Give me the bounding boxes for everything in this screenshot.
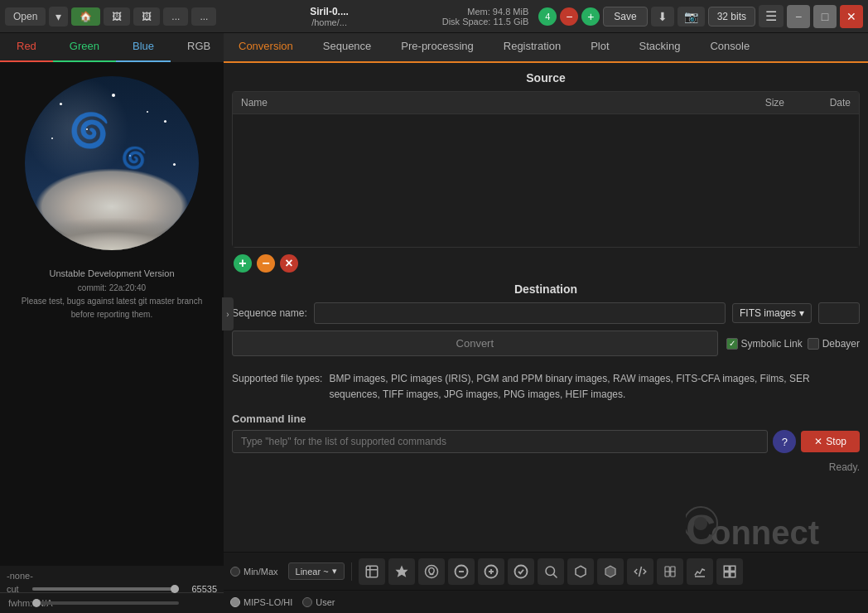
- bottom-tool-2[interactable]: [388, 558, 415, 585]
- convert-button[interactable]: Convert: [232, 331, 718, 356]
- svg-marker-1: [395, 565, 407, 577]
- bottom-tool-grid[interactable]: [716, 558, 743, 585]
- mem-info: Mem: 94.8 MiB Disk Space: 11.5 GiB: [442, 7, 529, 27]
- bottom-tool-plus[interactable]: [478, 558, 504, 585]
- color-tabs: Red Green Blue RGB: [0, 33, 224, 63]
- tab-stacking[interactable]: Stacking: [624, 33, 696, 63]
- tab-plot[interactable]: Plot: [576, 33, 624, 63]
- app-path: /home/...: [311, 17, 347, 27]
- svg-rect-18: [730, 566, 735, 571]
- bits-selector[interactable]: 32 bits: [708, 7, 755, 27]
- link-slider[interactable]: [32, 601, 179, 605]
- bottom-tool-1[interactable]: [359, 558, 385, 585]
- bottom-tool-zoom[interactable]: [538, 558, 564, 585]
- linear-arrow-icon: ▾: [332, 566, 337, 577]
- help-button[interactable]: ?: [773, 430, 796, 453]
- remove-file-button[interactable]: −: [257, 254, 275, 273]
- tab-red[interactable]: Red: [0, 33, 53, 62]
- more-button-2[interactable]: ...: [191, 7, 216, 26]
- tab-sequence[interactable]: Sequence: [308, 33, 387, 63]
- tab-registration[interactable]: Registration: [489, 33, 576, 63]
- download-button[interactable]: ⬇: [651, 7, 674, 27]
- cut-slider[interactable]: [32, 587, 179, 591]
- svg-point-9: [546, 567, 555, 576]
- toolbar-separator-1: [351, 562, 352, 581]
- minimize-button[interactable]: −: [787, 5, 810, 28]
- col-size-header: Size: [718, 97, 784, 109]
- expand-btn[interactable]: +: [581, 7, 600, 26]
- dev-version-text: Unstable Development Version commit: 22a…: [22, 267, 202, 321]
- seq-name-input[interactable]: [314, 302, 726, 324]
- linear-dropdown[interactable]: Linear ~ ▾: [288, 562, 345, 580]
- source-table-body: [233, 114, 859, 247]
- mips-radio[interactable]: MIPS-LO/HI: [230, 597, 292, 607]
- svg-rect-0: [366, 566, 378, 577]
- main-tabs: Conversion Sequence Pre-processing Regis…: [224, 33, 868, 63]
- camera-button[interactable]: 📷: [678, 7, 705, 27]
- debayer-check-icon[interactable]: [808, 338, 819, 350]
- svg-marker-12: [605, 566, 615, 577]
- bottom-tool-chart[interactable]: [687, 558, 713, 585]
- bottom-tool-minus[interactable]: [448, 558, 475, 585]
- menu-button[interactable]: ☰: [759, 5, 784, 27]
- img-button-2[interactable]: 🖼: [133, 7, 160, 26]
- bottom-tool-rx[interactable]: [657, 558, 683, 585]
- symbolic-link-check-icon[interactable]: ✓: [726, 338, 738, 350]
- tab-conversion[interactable]: Conversion: [224, 33, 308, 63]
- source-table: Name Size Date: [232, 91, 860, 248]
- reduce-btn[interactable]: −: [560, 7, 578, 26]
- bottom-tool-hex1[interactable]: [567, 558, 594, 585]
- bottom-tool-hex2[interactable]: [597, 558, 624, 585]
- svg-marker-11: [576, 566, 586, 577]
- stop-icon: ✕: [814, 436, 822, 447]
- symbolic-link-checkbox[interactable]: ✓ Symbolic Link: [726, 338, 803, 350]
- tab-rgb[interactable]: RGB: [171, 33, 227, 62]
- stop-button[interactable]: ✕ Stop: [801, 431, 860, 452]
- mips-radio-dot: [230, 597, 240, 607]
- save-button[interactable]: Save: [603, 7, 647, 27]
- tab-console[interactable]: Console: [695, 33, 764, 63]
- checkbox-row: ✓ Symbolic Link Debayer: [726, 338, 860, 350]
- restore-button[interactable]: □: [813, 5, 837, 28]
- debayer-checkbox[interactable]: Debayer: [808, 338, 860, 350]
- user-radio[interactable]: User: [302, 597, 335, 607]
- more-button-1[interactable]: ...: [163, 7, 188, 26]
- bottom-tool-3[interactable]: [418, 558, 445, 585]
- home-button[interactable]: 🏠: [71, 7, 100, 26]
- bottom-tool-check[interactable]: [508, 558, 534, 585]
- supported-text: BMP images, PIC images (IRIS), PGM and P…: [329, 371, 860, 403]
- num-input[interactable]: 1: [818, 302, 860, 324]
- img-button-1[interactable]: 🖼: [104, 7, 130, 26]
- col-date-header: Date: [784, 97, 851, 109]
- command-line-section: Command line ? ✕ Stop Ready.: [232, 413, 860, 476]
- svg-line-10: [553, 574, 557, 577]
- main-panel: Source Name Size Date + − × Destination: [224, 63, 868, 552]
- bottom-tool-arrows[interactable]: [627, 558, 653, 585]
- minmax-radio-dot: [230, 567, 240, 577]
- seq-name-row: Sequence name: FITS images ▾ 1: [232, 302, 860, 324]
- clear-files-button[interactable]: ×: [280, 254, 298, 273]
- svg-rect-17: [724, 566, 729, 571]
- tab-green[interactable]: Green: [53, 33, 116, 62]
- app-name: Siril-0....: [310, 6, 349, 17]
- preview-image: 🌀 🌀: [25, 76, 199, 250]
- convert-row: Convert ✓ Symbolic Link Debayer: [232, 331, 860, 356]
- open-arrow-button[interactable]: ▾: [49, 7, 68, 27]
- collapse-panel-button[interactable]: ›: [222, 297, 234, 331]
- fits-type-selector[interactable]: FITS images ▾: [732, 303, 812, 323]
- supported-label: Supported file types:: [232, 371, 322, 384]
- command-line-title: Command line: [232, 413, 860, 425]
- user-radio-dot: [302, 597, 312, 607]
- col-name-header: Name: [241, 97, 718, 109]
- tab-blue[interactable]: Blue: [116, 33, 171, 62]
- count-badge: 4: [538, 7, 557, 26]
- add-file-button[interactable]: +: [234, 254, 252, 273]
- close-button[interactable]: ✕: [840, 5, 863, 28]
- open-button[interactable]: Open: [5, 7, 46, 26]
- command-input[interactable]: [232, 430, 768, 453]
- supported-types-row: Supported file types: BMP images, PIC im…: [232, 371, 860, 403]
- command-input-row: ? ✕ Stop: [232, 430, 860, 453]
- minmax-radio[interactable]: Min/Max: [230, 567, 278, 577]
- tab-preprocessing[interactable]: Pre-processing: [386, 33, 488, 63]
- destination-title: Destination: [232, 282, 860, 296]
